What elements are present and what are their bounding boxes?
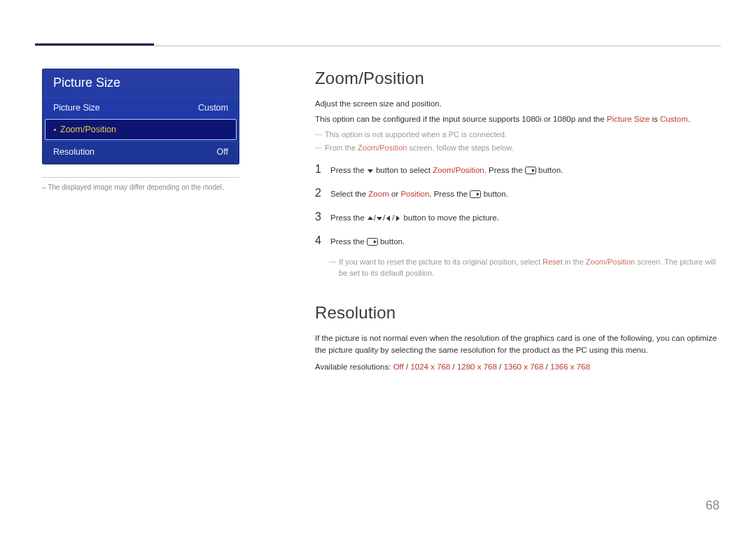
intro-text: Adjust the screen size and position. <box>315 98 721 111</box>
right-arrow-icon <box>394 215 401 222</box>
svg-marker-4 <box>477 192 479 196</box>
enter-icon <box>367 238 378 246</box>
highlight: Off <box>393 363 404 371</box>
step-2: 2 Select the Zoom or Position. Press the… <box>315 185 721 202</box>
menu-title: Picture Size <box>42 69 239 97</box>
svg-marker-0 <box>368 169 373 173</box>
resolution-body: If the picture is not normal even when t… <box>315 332 721 358</box>
menu-row-label: Zoom/Position <box>54 125 116 134</box>
step-1: 1 Press the button to select Zoom/Positi… <box>315 161 721 178</box>
enter-icon <box>525 167 536 174</box>
step-number: 3 <box>315 209 330 225</box>
menu-row-picture-size[interactable]: Picture Size Custom <box>42 97 239 118</box>
highlight: 1280 x 768 <box>457 363 497 371</box>
down-arrow-icon <box>376 215 383 222</box>
page-number: 68 <box>706 498 720 513</box>
step-text: Press the button. <box>330 236 405 248</box>
heading-zoom-position: Zoom/Position <box>315 69 721 88</box>
step-number: 1 <box>315 161 330 178</box>
highlight: 1360 x 768 <box>503 363 543 371</box>
menu-row-value: Off <box>217 147 228 157</box>
highlight: Custom <box>660 115 688 123</box>
image-disclaimer: – The displayed image may differ dependi… <box>42 177 239 191</box>
highlight: 1024 x 768 <box>410 363 450 371</box>
svg-marker-5 <box>368 216 373 220</box>
note-pc: This option is not supported when a PC i… <box>325 129 721 141</box>
resolution-section: Resolution If the picture is not normal … <box>315 303 721 374</box>
heading-resolution: Resolution <box>315 303 721 323</box>
menu-card: Picture Size Picture Size Custom Zoom/Po… <box>42 69 239 164</box>
svg-marker-8 <box>396 216 400 221</box>
note-reset: If you want to reset the picture to its … <box>339 256 721 279</box>
step-4: 4 Press the button. <box>315 232 721 249</box>
menu-row-label: Resolution <box>53 147 94 157</box>
step-text: Press the button to select Zoom/Position… <box>330 164 563 176</box>
svg-marker-6 <box>377 217 382 220</box>
steps-list: 1 Press the button to select Zoom/Positi… <box>315 161 721 249</box>
highlight: 1366 x 768 <box>550 363 590 371</box>
menu-row-resolution[interactable]: Resolution Off <box>42 141 239 164</box>
highlight: Zoom <box>368 190 388 198</box>
content: Zoom/Position Adjust the screen size and… <box>315 69 721 377</box>
highlight: Position <box>400 190 429 198</box>
header-rule <box>35 45 721 46</box>
step-text: Press the /// button to move the picture… <box>330 212 499 224</box>
step-3: 3 Press the /// button to move the pictu… <box>315 209 721 225</box>
svg-marker-2 <box>532 169 535 172</box>
highlight: Picture Size <box>607 115 650 123</box>
step-number: 2 <box>315 185 330 202</box>
highlight: Zoom/Position <box>586 258 635 266</box>
menu-row-label: Picture Size <box>53 103 100 113</box>
step-text: Select the Zoom or Position. Press the b… <box>330 188 508 200</box>
menu-row-value: Custom <box>198 103 228 113</box>
left-arrow-icon <box>385 215 392 222</box>
step-number: 4 <box>315 232 330 249</box>
bullet-icon <box>54 129 56 131</box>
sidebar: Picture Size Picture Size Custom Zoom/Po… <box>42 69 239 191</box>
resolution-options: Available resolutions: Off / 1024 x 768 … <box>315 361 721 374</box>
highlight: Zoom/Position <box>433 166 484 174</box>
menu-row-zoom-position[interactable]: Zoom/Position <box>45 119 237 140</box>
config-text: This option can be configured if the inp… <box>315 113 721 126</box>
highlight: Reset <box>542 258 563 266</box>
svg-marker-10 <box>374 240 377 244</box>
highlight: Zoom/Position <box>358 143 407 152</box>
up-arrow-icon <box>367 215 374 222</box>
enter-icon <box>470 190 481 198</box>
down-arrow-icon <box>367 167 374 174</box>
note-follow-steps: From the Zoom/Position screen, follow th… <box>325 142 721 154</box>
svg-marker-7 <box>386 216 390 221</box>
